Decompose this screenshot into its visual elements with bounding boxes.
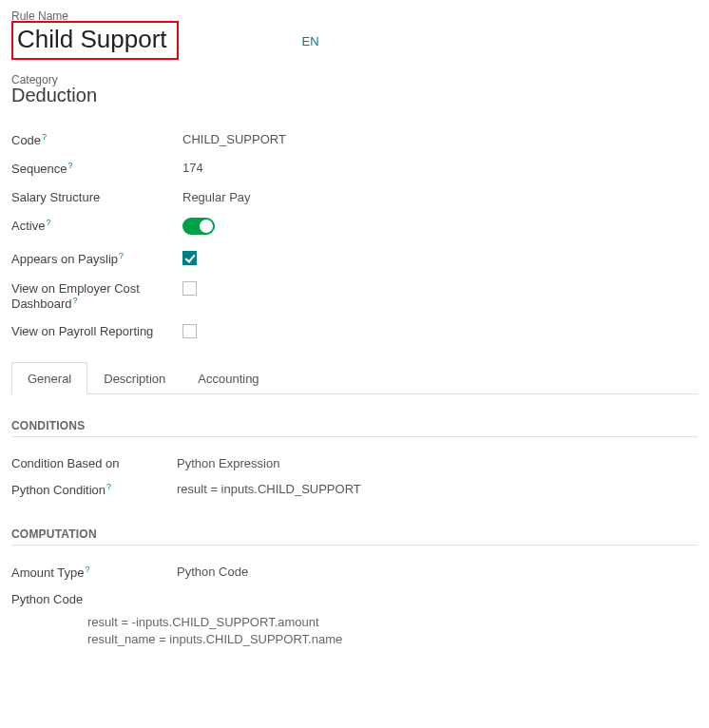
salary-structure-value[interactable]: Regular Pay [182, 190, 251, 204]
language-button[interactable]: EN [302, 34, 319, 48]
view-employer-cost-checkbox[interactable] [182, 281, 197, 296]
code-value[interactable]: CHILD_SUPPORT [182, 132, 286, 146]
help-icon[interactable]: ? [42, 132, 47, 142]
computation-heading: COMPUTATION [11, 527, 698, 546]
help-icon[interactable]: ? [119, 251, 124, 260]
help-icon[interactable]: ? [85, 565, 89, 574]
sequence-label: Sequence? [11, 161, 182, 176]
active-toggle[interactable] [182, 218, 215, 235]
python-condition-label: Python Condition? [11, 482, 177, 497]
condition-based-on-value[interactable]: Python Expression [177, 456, 279, 470]
appears-on-payslip-checkbox[interactable] [182, 251, 197, 265]
salary-structure-label: Salary Structure [11, 190, 182, 204]
python-code-label: Python Code [11, 592, 177, 606]
tab-description[interactable]: Description [87, 362, 182, 394]
sequence-value[interactable]: 174 [182, 161, 203, 175]
help-icon[interactable]: ? [46, 218, 50, 227]
amount-type-label: Amount Type? [11, 565, 177, 580]
view-payroll-reporting-label: View on Payroll Reporting [11, 324, 182, 338]
view-employer-cost-label: View on Employer Cost Dashboard? [11, 281, 182, 311]
help-icon[interactable]: ? [73, 296, 78, 305]
help-icon[interactable]: ? [106, 482, 111, 491]
code-line: result = -inputs.CHILD_SUPPORT.amount [87, 614, 698, 632]
python-condition-value[interactable]: result = inputs.CHILD_SUPPORT [177, 482, 361, 496]
active-label: Active? [11, 218, 182, 233]
tab-general[interactable]: General [11, 362, 87, 394]
view-payroll-reporting-checkbox[interactable] [182, 324, 197, 338]
tab-bar: General Description Accounting [11, 361, 698, 394]
conditions-heading: CONDITIONS [11, 419, 698, 437]
help-icon[interactable]: ? [68, 161, 73, 170]
amount-type-value[interactable]: Python Code [177, 565, 248, 579]
python-code-value[interactable]: result = -inputs.CHILD_SUPPORT.amount re… [87, 614, 698, 650]
code-label: Code? [11, 132, 182, 147]
rule-name-input[interactable]: Child Support [11, 21, 179, 60]
appears-on-payslip-label: Appears on Payslip? [11, 251, 182, 266]
tab-accounting[interactable]: Accounting [182, 362, 275, 394]
condition-based-on-label: Condition Based on [11, 456, 177, 470]
category-value[interactable]: Deduction [11, 85, 698, 106]
code-line: result_name = inputs.CHILD_SUPPORT.name [87, 631, 698, 649]
